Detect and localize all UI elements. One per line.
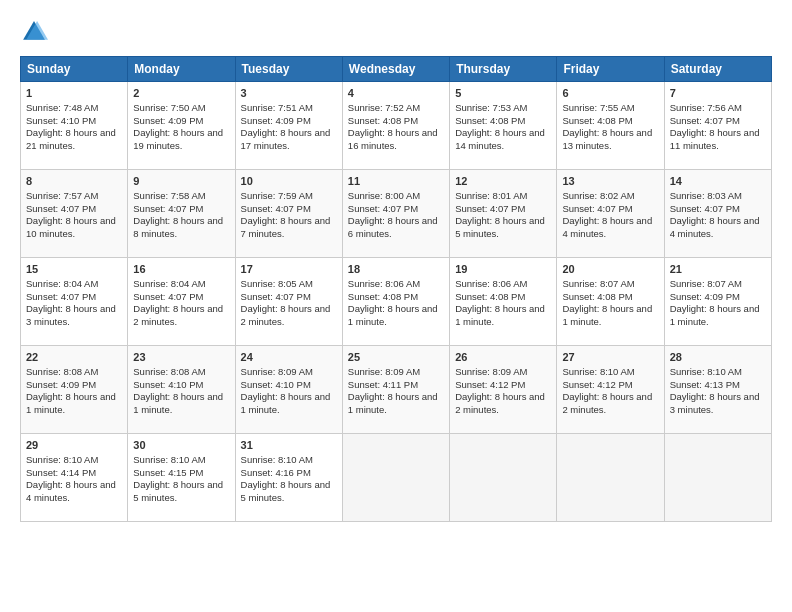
sunrise-label: Sunrise: 8:10 AM — [26, 454, 98, 465]
sunset-label: Sunset: 4:13 PM — [670, 379, 740, 390]
day-number: 5 — [455, 86, 551, 101]
sunset-label: Sunset: 4:08 PM — [455, 291, 525, 302]
daylight-label: Daylight: 8 hours and 1 minute. — [26, 391, 116, 415]
daylight-label: Daylight: 8 hours and 5 minutes. — [133, 479, 223, 503]
day-cell-12: 12Sunrise: 8:01 AMSunset: 4:07 PMDayligh… — [450, 170, 557, 258]
day-cell-4: 4Sunrise: 7:52 AMSunset: 4:08 PMDaylight… — [342, 82, 449, 170]
daylight-label: Daylight: 8 hours and 4 minutes. — [562, 215, 652, 239]
day-number: 21 — [670, 262, 766, 277]
day-cell-17: 17Sunrise: 8:05 AMSunset: 4:07 PMDayligh… — [235, 258, 342, 346]
daylight-label: Daylight: 8 hours and 2 minutes. — [455, 391, 545, 415]
sunrise-label: Sunrise: 8:10 AM — [670, 366, 742, 377]
day-number: 16 — [133, 262, 229, 277]
sunset-label: Sunset: 4:10 PM — [241, 379, 311, 390]
sunrise-label: Sunrise: 8:09 AM — [241, 366, 313, 377]
sunrise-label: Sunrise: 7:53 AM — [455, 102, 527, 113]
day-cell-5: 5Sunrise: 7:53 AMSunset: 4:08 PMDaylight… — [450, 82, 557, 170]
sunset-label: Sunset: 4:07 PM — [133, 203, 203, 214]
sunrise-label: Sunrise: 8:06 AM — [348, 278, 420, 289]
sunset-label: Sunset: 4:07 PM — [562, 203, 632, 214]
daylight-label: Daylight: 8 hours and 17 minutes. — [241, 127, 331, 151]
sunrise-label: Sunrise: 7:50 AM — [133, 102, 205, 113]
day-cell-30: 30Sunrise: 8:10 AMSunset: 4:15 PMDayligh… — [128, 434, 235, 522]
day-cell-16: 16Sunrise: 8:04 AMSunset: 4:07 PMDayligh… — [128, 258, 235, 346]
sunset-label: Sunset: 4:08 PM — [562, 291, 632, 302]
day-cell-21: 21Sunrise: 8:07 AMSunset: 4:09 PMDayligh… — [664, 258, 771, 346]
day-cell-1: 1Sunrise: 7:48 AMSunset: 4:10 PMDaylight… — [21, 82, 128, 170]
day-number: 3 — [241, 86, 337, 101]
sunrise-label: Sunrise: 7:56 AM — [670, 102, 742, 113]
sunset-label: Sunset: 4:12 PM — [562, 379, 632, 390]
week-row-4: 22Sunrise: 8:08 AMSunset: 4:09 PMDayligh… — [21, 346, 772, 434]
day-number: 24 — [241, 350, 337, 365]
empty-cell — [342, 434, 449, 522]
day-number: 9 — [133, 174, 229, 189]
sunrise-label: Sunrise: 8:07 AM — [670, 278, 742, 289]
daylight-label: Daylight: 8 hours and 8 minutes. — [133, 215, 223, 239]
sunrise-label: Sunrise: 7:58 AM — [133, 190, 205, 201]
week-row-3: 15Sunrise: 8:04 AMSunset: 4:07 PMDayligh… — [21, 258, 772, 346]
daylight-label: Daylight: 8 hours and 3 minutes. — [670, 391, 760, 415]
day-number: 19 — [455, 262, 551, 277]
day-cell-13: 13Sunrise: 8:02 AMSunset: 4:07 PMDayligh… — [557, 170, 664, 258]
day-header-monday: Monday — [128, 57, 235, 82]
day-number: 8 — [26, 174, 122, 189]
sunset-label: Sunset: 4:09 PM — [133, 115, 203, 126]
day-cell-6: 6Sunrise: 7:55 AMSunset: 4:08 PMDaylight… — [557, 82, 664, 170]
day-number: 23 — [133, 350, 229, 365]
day-cell-8: 8Sunrise: 7:57 AMSunset: 4:07 PMDaylight… — [21, 170, 128, 258]
day-header-thursday: Thursday — [450, 57, 557, 82]
sunrise-label: Sunrise: 7:48 AM — [26, 102, 98, 113]
sunset-label: Sunset: 4:09 PM — [670, 291, 740, 302]
day-number: 10 — [241, 174, 337, 189]
sunset-label: Sunset: 4:11 PM — [348, 379, 418, 390]
day-number: 1 — [26, 86, 122, 101]
day-cell-14: 14Sunrise: 8:03 AMSunset: 4:07 PMDayligh… — [664, 170, 771, 258]
sunrise-label: Sunrise: 7:52 AM — [348, 102, 420, 113]
day-cell-3: 3Sunrise: 7:51 AMSunset: 4:09 PMDaylight… — [235, 82, 342, 170]
day-cell-26: 26Sunrise: 8:09 AMSunset: 4:12 PMDayligh… — [450, 346, 557, 434]
day-number: 30 — [133, 438, 229, 453]
daylight-label: Daylight: 8 hours and 4 minutes. — [26, 479, 116, 503]
daylight-label: Daylight: 8 hours and 1 minute. — [455, 303, 545, 327]
sunrise-label: Sunrise: 8:10 AM — [562, 366, 634, 377]
daylight-label: Daylight: 8 hours and 3 minutes. — [26, 303, 116, 327]
sunrise-label: Sunrise: 8:09 AM — [455, 366, 527, 377]
day-cell-11: 11Sunrise: 8:00 AMSunset: 4:07 PMDayligh… — [342, 170, 449, 258]
day-cell-18: 18Sunrise: 8:06 AMSunset: 4:08 PMDayligh… — [342, 258, 449, 346]
day-number: 29 — [26, 438, 122, 453]
week-row-1: 1Sunrise: 7:48 AMSunset: 4:10 PMDaylight… — [21, 82, 772, 170]
day-number: 28 — [670, 350, 766, 365]
sunrise-label: Sunrise: 8:07 AM — [562, 278, 634, 289]
daylight-label: Daylight: 8 hours and 2 minutes. — [241, 303, 331, 327]
daylight-label: Daylight: 8 hours and 5 minutes. — [455, 215, 545, 239]
sunset-label: Sunset: 4:14 PM — [26, 467, 96, 478]
day-number: 17 — [241, 262, 337, 277]
day-cell-27: 27Sunrise: 8:10 AMSunset: 4:12 PMDayligh… — [557, 346, 664, 434]
day-header-wednesday: Wednesday — [342, 57, 449, 82]
week-row-5: 29Sunrise: 8:10 AMSunset: 4:14 PMDayligh… — [21, 434, 772, 522]
day-number: 4 — [348, 86, 444, 101]
day-number: 12 — [455, 174, 551, 189]
empty-cell — [557, 434, 664, 522]
sunrise-label: Sunrise: 8:06 AM — [455, 278, 527, 289]
sunset-label: Sunset: 4:07 PM — [670, 203, 740, 214]
calendar-table: SundayMondayTuesdayWednesdayThursdayFrid… — [20, 56, 772, 522]
day-number: 6 — [562, 86, 658, 101]
daylight-label: Daylight: 8 hours and 4 minutes. — [670, 215, 760, 239]
sunset-label: Sunset: 4:10 PM — [26, 115, 96, 126]
day-number: 26 — [455, 350, 551, 365]
sunrise-label: Sunrise: 8:00 AM — [348, 190, 420, 201]
sunset-label: Sunset: 4:07 PM — [348, 203, 418, 214]
daylight-label: Daylight: 8 hours and 1 minute. — [348, 391, 438, 415]
day-header-sunday: Sunday — [21, 57, 128, 82]
daylight-label: Daylight: 8 hours and 1 minute. — [348, 303, 438, 327]
sunrise-label: Sunrise: 7:51 AM — [241, 102, 313, 113]
sunset-label: Sunset: 4:07 PM — [26, 203, 96, 214]
day-cell-9: 9Sunrise: 7:58 AMSunset: 4:07 PMDaylight… — [128, 170, 235, 258]
day-cell-31: 31Sunrise: 8:10 AMSunset: 4:16 PMDayligh… — [235, 434, 342, 522]
sunrise-label: Sunrise: 7:55 AM — [562, 102, 634, 113]
day-cell-23: 23Sunrise: 8:08 AMSunset: 4:10 PMDayligh… — [128, 346, 235, 434]
daylight-label: Daylight: 8 hours and 10 minutes. — [26, 215, 116, 239]
daylight-label: Daylight: 8 hours and 21 minutes. — [26, 127, 116, 151]
